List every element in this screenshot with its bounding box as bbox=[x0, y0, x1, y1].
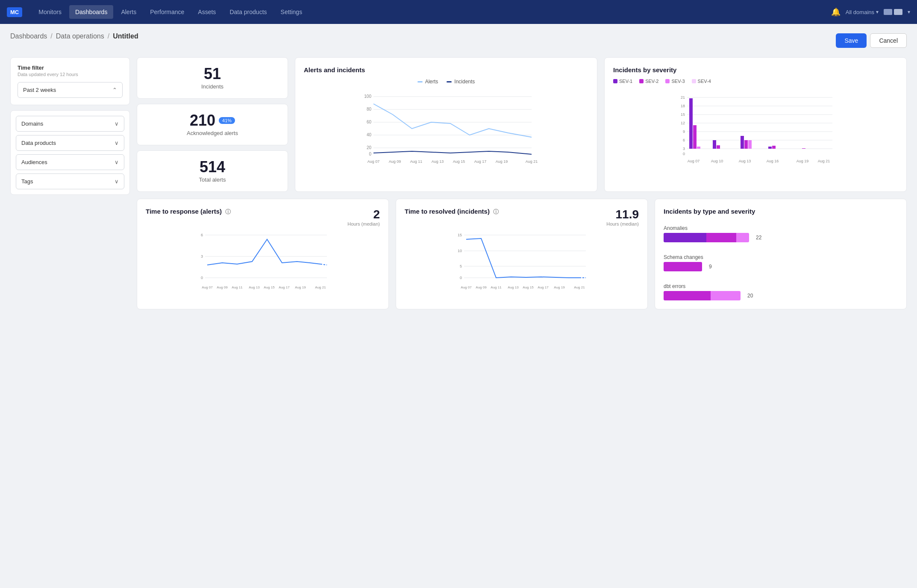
svg-text:Aug 21: Aug 21 bbox=[526, 159, 538, 164]
navbar: MC Monitors Dashboards Alerts Performanc… bbox=[0, 0, 917, 24]
svg-rect-41 bbox=[748, 140, 752, 149]
svg-text:20: 20 bbox=[367, 145, 372, 150]
svg-text:Aug 19: Aug 19 bbox=[554, 285, 565, 289]
svg-text:0: 0 bbox=[683, 152, 685, 156]
svg-text:Aug 09: Aug 09 bbox=[217, 285, 228, 289]
alerts-incidents-chart: Alerts and incidents Alerts Incidents bbox=[295, 57, 597, 192]
svg-text:Aug 13: Aug 13 bbox=[739, 159, 751, 163]
nav-item-dashboards[interactable]: Dashboards bbox=[69, 5, 114, 19]
dbt-count: 20 bbox=[747, 293, 753, 299]
cards-row: 51 Incidents 210 41% Acknowledged alerts… bbox=[137, 57, 907, 192]
time-resolved-chart: Time to resolved (incidents) ⓘ 11.9 Hour… bbox=[396, 199, 648, 309]
dashboard-layout: Time filter Data updated every 12 hours … bbox=[10, 57, 907, 309]
breadcrumb-data-operations[interactable]: Data operations bbox=[56, 32, 104, 40]
svg-text:40: 40 bbox=[367, 132, 372, 137]
svg-text:Aug 11: Aug 11 bbox=[232, 285, 243, 289]
alerts-chart-legend: Alerts Incidents bbox=[304, 79, 588, 85]
schema-count: 9 bbox=[709, 264, 712, 270]
dbt-errors-row: dbt errors 20 bbox=[664, 283, 898, 300]
svg-text:Aug 09: Aug 09 bbox=[476, 285, 487, 289]
svg-text:3: 3 bbox=[683, 147, 685, 151]
svg-text:Aug 15: Aug 15 bbox=[264, 285, 275, 289]
nav-item-assets[interactable]: Assets bbox=[192, 5, 222, 19]
dbt-bars bbox=[664, 291, 741, 300]
svg-text:60: 60 bbox=[367, 120, 372, 124]
acknowledged-card: 210 41% Acknowledged alerts bbox=[137, 104, 288, 145]
svg-text:Aug 10: Aug 10 bbox=[711, 159, 723, 163]
bell-icon[interactable]: 🔔 bbox=[831, 7, 841, 17]
svg-text:Aug 15: Aug 15 bbox=[523, 285, 534, 289]
dbt-sev1-bar bbox=[664, 291, 711, 300]
sev3-legend: SEV-3 bbox=[665, 79, 685, 84]
avatar-group bbox=[884, 9, 902, 15]
dbt-track: 20 bbox=[664, 291, 898, 300]
total-alerts-value: 514 bbox=[200, 159, 225, 175]
nav-item-monitors[interactable]: Monitors bbox=[32, 5, 68, 19]
chevron-down-icon7: ∨ bbox=[115, 178, 119, 185]
sev2-legend: SEV-2 bbox=[639, 79, 658, 84]
domain-label: All domains bbox=[846, 9, 874, 15]
svg-text:Aug 13: Aug 13 bbox=[508, 285, 519, 289]
svg-rect-39 bbox=[741, 136, 744, 149]
svg-text:Aug 17: Aug 17 bbox=[538, 285, 549, 289]
svg-text:80: 80 bbox=[367, 107, 372, 112]
severity-chart-title: Incidents by severity bbox=[613, 66, 898, 74]
time-filter-value: Past 2 weeks bbox=[23, 87, 56, 93]
sev1-legend: SEV-1 bbox=[613, 79, 632, 84]
info-icon2: ⓘ bbox=[493, 209, 499, 215]
svg-text:0: 0 bbox=[460, 276, 462, 280]
time-response-value: 2 bbox=[347, 208, 380, 221]
schema-track: 9 bbox=[664, 262, 898, 271]
bottom-row: Time to response (alerts) ⓘ 2 Hours (med… bbox=[137, 199, 907, 309]
total-alerts-card: 514 Total alerts bbox=[137, 150, 288, 192]
incidents-by-type-chart: Incidents by type and severity Anomalies bbox=[655, 199, 907, 309]
tags-filter[interactable]: Tags ∨ bbox=[16, 173, 124, 189]
sidebar: Time filter Data updated every 12 hours … bbox=[10, 57, 130, 309]
alerts-chart-title: Alerts and incidents bbox=[304, 66, 588, 74]
nav-item-data-products[interactable]: Data products bbox=[223, 5, 273, 19]
dbt-sev2-bar bbox=[711, 291, 741, 300]
data-products-filter[interactable]: Data products ∨ bbox=[16, 135, 124, 151]
breadcrumb-dashboards[interactable]: Dashboards bbox=[10, 32, 47, 40]
sev1-label: SEV-1 bbox=[619, 79, 632, 84]
incidents-legend-label: Incidents bbox=[454, 79, 475, 85]
svg-rect-36 bbox=[697, 147, 700, 149]
nav-item-alerts[interactable]: Alerts bbox=[115, 5, 142, 19]
cancel-button[interactable]: Cancel bbox=[870, 33, 907, 48]
schema-bars bbox=[664, 262, 702, 271]
chevron-down-icon2: ▾ bbox=[908, 9, 910, 15]
chevron-down-icon3: ⌃ bbox=[112, 87, 117, 93]
main-content: 51 Incidents 210 41% Acknowledged alerts… bbox=[137, 57, 907, 309]
svg-text:0: 0 bbox=[369, 152, 371, 156]
domains-filter[interactable]: Domains ∨ bbox=[16, 116, 124, 132]
svg-text:Aug 07: Aug 07 bbox=[461, 285, 472, 289]
sev2-label: SEV-2 bbox=[645, 79, 658, 84]
domain-selector[interactable]: All domains ▾ bbox=[846, 9, 879, 15]
svg-rect-38 bbox=[717, 145, 720, 149]
nav-item-performance[interactable]: Performance bbox=[144, 5, 190, 19]
anomalies-label: Anomalies bbox=[664, 225, 898, 231]
anomalies-sev3-bar bbox=[736, 233, 749, 242]
svg-text:Aug 15: Aug 15 bbox=[453, 159, 465, 164]
avatar2 bbox=[894, 9, 902, 15]
time-response-unit: Hours (median) bbox=[347, 221, 380, 226]
svg-text:Aug 21: Aug 21 bbox=[315, 285, 326, 289]
audiences-filter[interactable]: Audiences ∨ bbox=[16, 154, 124, 170]
sev4-dot bbox=[692, 79, 696, 83]
sev3-label: SEV-3 bbox=[671, 79, 685, 84]
page-content: Dashboards / Data operations / Untitled … bbox=[0, 24, 917, 318]
svg-rect-46 bbox=[802, 148, 805, 149]
svg-text:Aug 07: Aug 07 bbox=[202, 285, 213, 289]
data-products-label: Data products bbox=[21, 140, 56, 146]
anomalies-sev2-bar bbox=[706, 233, 736, 242]
sev1-dot bbox=[613, 79, 617, 83]
save-button[interactable]: Save bbox=[836, 33, 867, 48]
svg-rect-37 bbox=[713, 140, 716, 149]
incidents-legend-item: Incidents bbox=[447, 79, 475, 85]
svg-rect-34 bbox=[689, 98, 693, 149]
alerts-legend-label: Alerts bbox=[425, 79, 438, 85]
breadcrumb: Dashboards / Data operations / Untitled bbox=[10, 32, 138, 40]
nav-item-settings[interactable]: Settings bbox=[275, 5, 309, 19]
time-filter-select[interactable]: Past 2 weeks ⌃ bbox=[18, 82, 123, 98]
svg-text:Aug 16: Aug 16 bbox=[767, 159, 779, 163]
